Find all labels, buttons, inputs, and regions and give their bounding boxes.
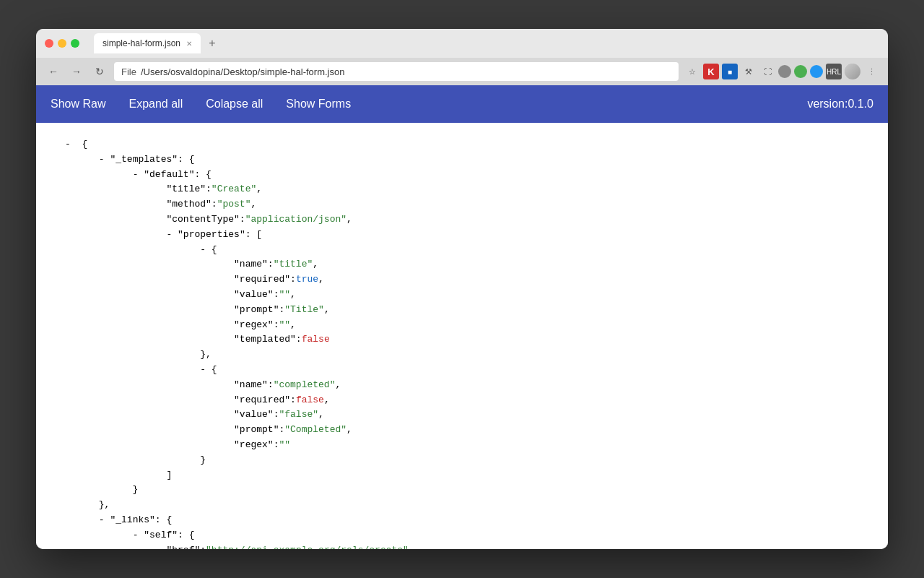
line-20: "prompt":"Completed", [65, 423, 859, 438]
forward-button[interactable]: → [68, 63, 85, 80]
close-button[interactable] [45, 39, 53, 48]
collapse-indicator-3[interactable]: - [133, 168, 139, 183]
ext-tool-icon[interactable]: ⚒ [741, 64, 757, 79]
menu-icon[interactable]: ⋮ [863, 64, 879, 79]
line-16: - { [65, 363, 859, 378]
show-raw-button[interactable]: Show Raw [51, 95, 105, 113]
address-path: /Users/osvaldopina/Desktop/simple-hal-fo… [141, 66, 345, 77]
title-bar: simple-hal-form.json ✕ + [36, 29, 888, 58]
line-5: "method":"post", [65, 197, 859, 212]
collapse-indicator-8[interactable]: - [133, 528, 139, 543]
back-button[interactable]: ← [45, 63, 62, 80]
collapse-indicator-2[interactable]: - [99, 152, 105, 168]
ext-monitor-icon[interactable]: ⛶ [759, 64, 775, 79]
tab-title: simple-hal-form.json [103, 38, 180, 48]
line-1: - { [65, 137, 859, 152]
browser-icons: ☆ K ■ ⚒ ⛶ HRL ⋮ [684, 64, 879, 79]
collapse-indicator-6[interactable]: - [200, 363, 206, 378]
line-26: - "_links": { [65, 513, 859, 528]
line-12: "prompt":"Title", [65, 303, 859, 318]
line-27: - "self": { [65, 528, 859, 543]
line-9: "name":"title", [65, 257, 859, 272]
minimize-button[interactable] [58, 39, 66, 48]
address-input[interactable]: File /Users/osvaldopina/Desktop/simple-h… [114, 62, 679, 81]
href-link[interactable]: http://api.example.org/rels/create [212, 543, 403, 549]
traffic-lights [45, 39, 79, 48]
ext-avatar-icon[interactable] [845, 64, 860, 79]
line-10: "required":true, [65, 272, 859, 288]
line-4: "title":"Create", [65, 182, 859, 197]
line-14: "templated":false [65, 332, 859, 348]
ext-circle2-icon[interactable] [794, 65, 807, 78]
show-forms-button[interactable]: Show Forms [286, 95, 351, 113]
line-23: ] [65, 468, 859, 483]
version-label: version:0.1.0 [807, 98, 873, 111]
line-6: "contentType":"application/json", [65, 212, 859, 228]
line-28: "href":"http://api.example.org/rels/crea… [65, 543, 859, 549]
maximize-button[interactable] [71, 39, 79, 48]
tab-bar: simple-hal-form.json ✕ + [94, 33, 879, 53]
line-11: "value":"", [65, 288, 859, 303]
line-15: }, [65, 348, 859, 363]
line-7: - "properties": [ [65, 228, 859, 243]
line-8: - { [65, 243, 859, 258]
collapse-indicator-7[interactable]: - [99, 513, 105, 528]
line-17: "name":"completed", [65, 378, 859, 393]
collapse-all-button[interactable]: Colapse all [206, 95, 263, 113]
collapse-indicator-5[interactable]: - [200, 243, 206, 258]
refresh-button[interactable]: ↻ [91, 63, 108, 80]
active-tab[interactable]: simple-hal-form.json ✕ [94, 33, 201, 53]
line-19: "value":"false", [65, 407, 859, 423]
ext-k-icon[interactable]: K [703, 64, 719, 79]
toolbar: Show Raw Expand all Colapse all Show For… [36, 85, 888, 123]
json-content: - { - "_templates": { - "default": { "ti… [36, 123, 888, 549]
line-21: "regex":"" [65, 438, 859, 453]
collapse-indicator-1[interactable]: - [65, 137, 71, 152]
line-13: "regex":"", [65, 318, 859, 333]
ext-circle3-icon[interactable] [810, 65, 823, 78]
ext-circle1-icon[interactable] [778, 65, 791, 78]
new-tab-button[interactable]: + [204, 35, 221, 52]
expand-all-button[interactable]: Expand all [128, 95, 183, 113]
star-icon[interactable]: ☆ [684, 64, 700, 79]
ext-hrl-badge[interactable]: HRL [826, 64, 842, 79]
line-24: } [65, 483, 859, 498]
file-label: File [121, 66, 136, 77]
line-25: }, [65, 498, 859, 513]
tab-close-icon[interactable]: ✕ [186, 40, 192, 48]
address-bar: ← → ↻ File /Users/osvaldopina/Desktop/si… [36, 58, 888, 85]
line-18: "required":false, [65, 393, 859, 408]
browser-window: simple-hal-form.json ✕ + ← → ↻ File /Use… [36, 29, 888, 549]
line-22: } [65, 453, 859, 468]
line-3: - "default": { [65, 168, 859, 183]
collapse-indicator-4[interactable]: - [166, 228, 172, 243]
line-2: - "_templates": { [65, 152, 859, 168]
ext-puzzle-icon[interactable]: ■ [722, 64, 738, 79]
